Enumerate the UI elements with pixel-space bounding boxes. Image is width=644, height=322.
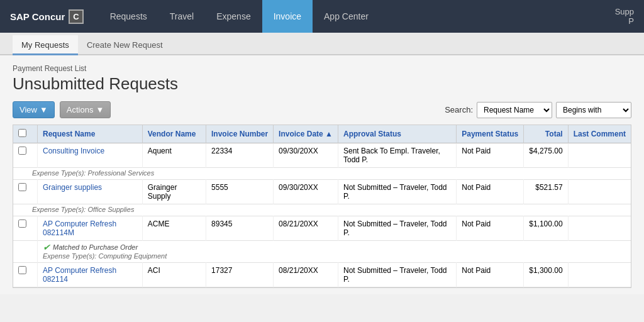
col-vendor-name[interactable]: Vendor Name xyxy=(142,125,206,143)
last-comment-3 xyxy=(568,216,631,241)
matched-po-indicator: ✔ Matched to Purchase Order xyxy=(43,242,626,252)
invoice-number-2: 5555 xyxy=(206,180,274,204)
col-invoice-date[interactable]: Invoice Date ▲ xyxy=(274,125,338,143)
request-name-1[interactable]: Consulting Invoice xyxy=(43,147,104,155)
approval-status-1: Sent Back To Empl. Traveler, Todd P. xyxy=(338,143,456,168)
col-checkbox xyxy=(13,125,38,143)
matched-po-icon: ✔ xyxy=(43,242,50,252)
nav-requests[interactable]: Requests xyxy=(99,0,158,33)
request-name-4[interactable]: AP Computer Refresh 082114 xyxy=(43,266,116,284)
nav-expense[interactable]: Expense xyxy=(205,0,262,33)
approval-status-3: Not Submitted – Traveler, Todd P. xyxy=(338,216,456,241)
actions-button[interactable]: Actions ▼ xyxy=(60,101,111,118)
nav-travel[interactable]: Travel xyxy=(158,0,205,33)
total-1: $4,275.00 xyxy=(524,143,568,168)
total-4: $1,300.00 xyxy=(524,263,568,287)
breadcrumb: Payment Request List xyxy=(13,64,631,73)
nav-links: Requests Travel Expense Invoice App Cent… xyxy=(99,0,615,33)
table-row: AP Computer Refresh 082114M ACME 89345 0… xyxy=(13,216,631,241)
sub-navigation: My Requests Create New Request xyxy=(0,33,644,55)
sub-row-3-po: ✔ Matched to Purchase Order Expense Type… xyxy=(13,241,631,263)
requests-table-wrap: Request Name Vendor Name Invoice Number … xyxy=(13,125,631,288)
invoice-date-2: 09/30/20XX xyxy=(274,180,338,204)
select-all-checkbox[interactable] xyxy=(18,129,26,137)
table-row: Grainger supplies Grainger Supply 5555 0… xyxy=(13,180,631,204)
col-last-comment: Last Comment xyxy=(568,125,631,143)
sub-nav-create-request[interactable]: Create New Request xyxy=(78,35,172,55)
invoice-number-1: 22334 xyxy=(206,143,274,168)
invoice-date-3: 08/21/20XX xyxy=(274,216,338,241)
search-area: Search: Request Name Vendor Name Invoice… xyxy=(445,102,631,118)
sub-text-1: Expense Type(s): Professional Services xyxy=(13,168,631,180)
payment-status-4: Not Paid xyxy=(457,263,524,287)
row-checkbox-2[interactable] xyxy=(18,183,26,191)
search-condition-select[interactable]: Begins with Contains Equals xyxy=(556,102,631,118)
invoice-date-4: 08/21/20XX xyxy=(274,263,338,287)
nav-invoice[interactable]: Invoice xyxy=(262,0,313,33)
sub-text-2: Expense Type(s): Office Supplies xyxy=(13,204,631,216)
payment-status-3: Not Paid xyxy=(457,216,524,241)
invoice-number-3: 89345 xyxy=(206,216,274,241)
vendor-name-2: Grainger Supply xyxy=(142,180,206,204)
col-payment-status[interactable]: Payment Status xyxy=(457,125,524,143)
payment-status-2: Not Paid xyxy=(457,180,524,204)
requests-table: Request Name Vendor Name Invoice Number … xyxy=(13,125,631,287)
nav-app-center[interactable]: App Center xyxy=(313,0,380,33)
matched-po-text: Matched to Purchase Order xyxy=(53,243,138,251)
top-navigation: SAP Concur C Requests Travel Expense Inv… xyxy=(0,0,644,33)
payment-status-1: Not Paid xyxy=(457,143,524,168)
table-row: Consulting Invoice Aquent 22334 09/30/20… xyxy=(13,143,631,168)
last-comment-2 xyxy=(568,180,631,204)
approval-status-4: Not Submitted – Traveler, Todd P. xyxy=(338,263,456,287)
vendor-name-3: ACME xyxy=(142,216,206,241)
row-checkbox-1[interactable] xyxy=(18,147,26,155)
vendor-name-1: Aquent xyxy=(142,143,206,168)
sub-text-3: Expense Type(s): Computing Equipment xyxy=(43,252,626,260)
app-logo: SAP Concur C xyxy=(10,9,84,24)
sub-row-1: Expense Type(s): Professional Services xyxy=(13,168,631,180)
search-field-select[interactable]: Request Name Vendor Name Invoice Number xyxy=(477,102,552,118)
col-total[interactable]: Total xyxy=(524,125,568,143)
request-name-2[interactable]: Grainger supplies xyxy=(43,183,102,192)
request-name-3[interactable]: AP Computer Refresh 082114M xyxy=(43,219,116,237)
col-request-name[interactable]: Request Name xyxy=(38,125,143,143)
total-2: $521.57 xyxy=(524,180,568,204)
total-3: $1,100.00 xyxy=(524,216,568,241)
page-title: Unsubmitted Requests xyxy=(13,74,631,94)
toolbar: View ▼ Actions ▼ Search: Request Name Ve… xyxy=(13,101,631,118)
invoice-date-1: 09/30/20XX xyxy=(274,143,338,168)
approval-status-2: Not Submitted – Traveler, Todd P. xyxy=(338,180,456,204)
sub-nav-my-requests[interactable]: My Requests xyxy=(13,35,78,55)
sub-row-2: Expense Type(s): Office Supplies xyxy=(13,204,631,216)
main-content: Payment Request List Unsubmitted Request… xyxy=(0,55,644,294)
row-checkbox-3[interactable] xyxy=(18,219,26,228)
invoice-number-4: 17327 xyxy=(206,263,274,287)
view-button[interactable]: View ▼ xyxy=(13,101,55,118)
vendor-name-4: ACI xyxy=(142,263,206,287)
nav-right: Supp P xyxy=(615,7,634,26)
last-comment-1 xyxy=(568,143,631,168)
col-invoice-number[interactable]: Invoice Number xyxy=(206,125,274,143)
table-row: AP Computer Refresh 082114 ACI 17327 08/… xyxy=(13,263,631,287)
last-comment-4 xyxy=(568,263,631,287)
logo-text: SAP Concur xyxy=(10,11,65,22)
row-checkbox-4[interactable] xyxy=(18,266,26,274)
col-approval-status[interactable]: Approval Status xyxy=(338,125,456,143)
search-label: Search: xyxy=(445,105,473,114)
logo-box: C xyxy=(69,9,83,24)
